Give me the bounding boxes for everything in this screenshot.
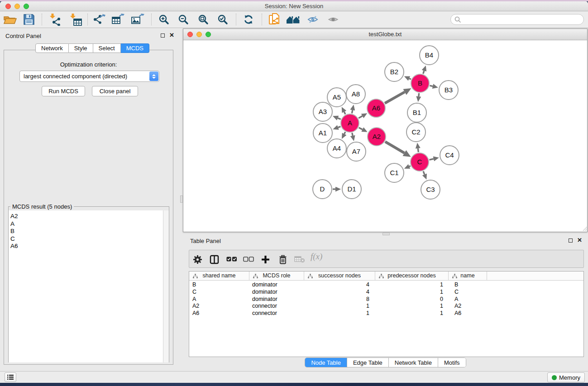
table-cell[interactable]: A6 — [192, 310, 249, 317]
status-menu-button[interactable] — [5, 372, 16, 382]
graph-node-A5[interactable]: A5 — [327, 88, 346, 107]
table-cell[interactable]: C — [192, 289, 249, 296]
table-cell[interactable]: B — [454, 281, 487, 289]
function-builder-button[interactable]: f(x) — [311, 252, 322, 262]
table-cell[interactable]: C — [454, 289, 487, 296]
table-cell[interactable]: dominator — [252, 296, 304, 303]
tab-select[interactable]: Select — [93, 43, 121, 53]
table-cell[interactable]: B — [192, 281, 249, 289]
table-cell[interactable]: A — [454, 296, 487, 303]
home-button[interactable] — [286, 13, 301, 26]
zoom-fit-button[interactable] — [196, 13, 211, 26]
memory-button[interactable]: Memory — [547, 372, 585, 382]
table-cell[interactable]: 4 — [304, 289, 369, 296]
graph-edge-A-A5[interactable] — [344, 112, 345, 114]
search-field[interactable] — [450, 14, 584, 25]
table-cell[interactable]: 1 — [375, 289, 443, 296]
select-all-button[interactable] — [225, 253, 239, 266]
table-cell[interactable]: 4 — [304, 281, 369, 289]
column-header-name[interactable]: name — [449, 272, 487, 281]
close-panel-button[interactable]: Close panel — [92, 86, 138, 96]
float-panel-icon[interactable] — [161, 33, 165, 38]
delete-table-button[interactable] — [293, 253, 306, 266]
minimize-window-button[interactable] — [14, 4, 20, 9]
network-minimize-button[interactable] — [196, 32, 202, 37]
close-window-button[interactable] — [5, 4, 11, 9]
graph-node-A2[interactable]: A2 — [368, 128, 386, 146]
result-item[interactable]: A6 — [9, 243, 163, 250]
zoom-window-button[interactable] — [24, 4, 29, 9]
table-cell[interactable]: 8 — [304, 296, 369, 303]
export-network-button[interactable] — [91, 13, 107, 26]
column-header-predecessor-nodes[interactable]: predecessor nodes — [375, 272, 449, 281]
graph-node-A3[interactable]: A3 — [313, 102, 332, 121]
table-cell[interactable]: 1 — [375, 303, 443, 310]
graph-node-B[interactable]: B — [411, 74, 429, 92]
graph-edge-B-B1[interactable] — [419, 93, 419, 96]
table-tab-edge-table[interactable]: Edge Table — [347, 358, 388, 367]
graph-edge-A6-B[interactable] — [385, 92, 405, 103]
graph-node-C[interactable]: C — [411, 153, 429, 171]
table-cell[interactable]: dominator — [252, 289, 304, 296]
graph-node-D[interactable]: D — [313, 180, 332, 199]
delete-column-button[interactable] — [276, 253, 290, 266]
tab-style[interactable]: Style — [69, 43, 93, 53]
graph-node-C1[interactable]: C1 — [385, 163, 404, 182]
graph-edge-A2-C[interactable] — [385, 142, 404, 153]
graph-node-A[interactable]: A — [341, 114, 359, 132]
graph-edge-A-A4[interactable] — [344, 132, 345, 134]
result-item[interactable]: C — [9, 235, 163, 243]
export-image-button[interactable] — [130, 13, 145, 26]
tab-network[interactable]: Network — [35, 43, 69, 53]
refresh-layout-button[interactable] — [241, 13, 256, 26]
graph-node-A7[interactable]: A7 — [347, 142, 366, 161]
table-cell[interactable]: connector — [252, 303, 304, 310]
table-settings-button[interactable] — [191, 253, 204, 266]
create-column-button[interactable] — [258, 253, 272, 266]
network-vscroll-thumb[interactable] — [180, 195, 183, 203]
table-cell[interactable]: 1 — [304, 303, 369, 310]
show-columns-button[interactable] — [207, 253, 221, 266]
run-mcds-button[interactable]: Run MCDS — [42, 86, 85, 96]
clone-network-button[interactable] — [267, 13, 282, 26]
graph-edge-C-C1[interactable] — [409, 166, 411, 167]
zoom-selected-button[interactable] — [215, 13, 230, 26]
table-cell[interactable]: A6 — [454, 310, 487, 317]
graph-node-A4[interactable]: A4 — [327, 139, 346, 158]
save-session-button[interactable] — [21, 13, 37, 26]
graph-node-A6[interactable]: A6 — [367, 99, 385, 117]
graph-node-A1[interactable]: A1 — [313, 124, 332, 143]
result-item[interactable]: A — [9, 220, 163, 228]
graph-node-C3[interactable]: C3 — [421, 180, 440, 199]
column-header-successor-nodes[interactable]: successor nodes — [304, 272, 375, 281]
mcds-result-list[interactable]: A2ABCA6 — [9, 210, 163, 362]
graph-edge-A-A2[interactable] — [359, 128, 363, 129]
graph-edge-C-C4[interactable] — [429, 159, 433, 160]
column-header-MCDS-role[interactable]: MCDS role — [249, 272, 304, 281]
zoom-out-button[interactable] — [176, 13, 191, 26]
table-tab-node-table[interactable]: Node Table — [305, 358, 347, 367]
table-tab-network-table[interactable]: Network Table — [388, 358, 438, 367]
tab-mcds[interactable]: MCDS — [121, 43, 149, 53]
network-zoom-button[interactable] — [206, 32, 211, 37]
graph-node-A8[interactable]: A8 — [346, 85, 365, 104]
deselect-all-button[interactable] — [242, 253, 255, 266]
graph-node-B1[interactable]: B1 — [407, 103, 426, 122]
import-network-button[interactable] — [47, 13, 62, 26]
import-table-button[interactable] — [67, 13, 83, 26]
open-session-button[interactable] — [2, 13, 18, 26]
result-item[interactable]: B — [9, 228, 163, 235]
graph-node-D1[interactable]: D1 — [342, 180, 361, 199]
table-cell[interactable]: 1 — [375, 281, 443, 289]
graph-edge-A-A3[interactable] — [338, 118, 340, 119]
search-input[interactable] — [461, 16, 574, 23]
graph-node-C2[interactable]: C2 — [406, 123, 425, 142]
table-cell[interactable]: 1 — [375, 310, 443, 317]
table-cell[interactable]: dominator — [252, 281, 304, 289]
result-item[interactable]: A2 — [9, 213, 163, 220]
hide-eye-button[interactable] — [305, 13, 320, 26]
close-panel-icon[interactable]: ✕ — [169, 33, 174, 38]
export-table-button[interactable] — [110, 13, 126, 26]
network-hscroll-thumb[interactable] — [382, 233, 390, 235]
graph-edge-B-B2[interactable] — [409, 78, 411, 79]
